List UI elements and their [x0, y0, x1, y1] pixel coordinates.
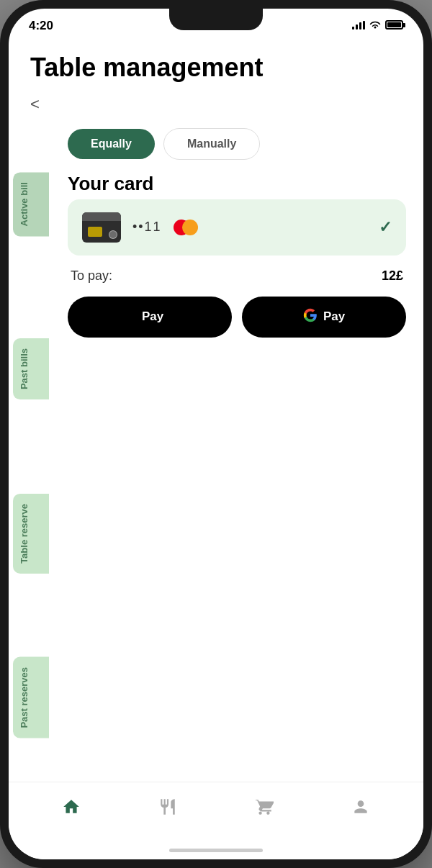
card-section-title: Your card [68, 173, 406, 195]
to-pay-label: To pay: [71, 268, 112, 284]
split-toggle: Equally Manually [68, 128, 406, 160]
nav-food[interactable] [147, 792, 189, 822]
home-icon [62, 797, 81, 816]
nav-home[interactable] [50, 792, 92, 822]
apple-pay-label: Pay [142, 309, 163, 324]
card-icon [82, 212, 121, 243]
profile-icon [351, 797, 370, 816]
google-g-icon [303, 308, 318, 326]
sidebar-item-past-bills[interactable]: Past bills [9, 288, 53, 450]
page-title: Table management [30, 53, 402, 82]
pay-buttons: Pay Pay [68, 297, 406, 338]
notch [169, 9, 263, 30]
mc-orange-circle [182, 220, 198, 235]
card-dot [109, 230, 117, 239]
to-pay-row: To pay: 12£ [68, 268, 406, 284]
status-icons [352, 20, 403, 30]
google-pay-label: Pay [323, 309, 345, 324]
wifi-icon [369, 21, 381, 30]
sidebar-tab-table-reserve[interactable]: Table reserve [13, 494, 49, 574]
manually-button[interactable]: Manually [163, 128, 260, 160]
google-pay-button[interactable]: Pay [242, 297, 406, 338]
food-icon [158, 797, 177, 816]
content-panel: Equally Manually Your card [53, 121, 423, 782]
phone-frame: 4:20 [0, 0, 432, 868]
apple-pay-button[interactable]: Pay [68, 297, 232, 338]
page-header: Table management [9, 46, 423, 92]
home-bar [169, 849, 263, 852]
card-chip [88, 227, 102, 237]
sidebar-item-past-reserves[interactable]: Past reserves [9, 617, 53, 779]
nav-profile[interactable] [340, 792, 382, 822]
phone-screen: 4:20 [9, 9, 423, 859]
sidebar-item-table-reserve[interactable]: Table reserve [9, 453, 53, 615]
battery-icon [385, 20, 403, 30]
sidebar-tab-past-bills[interactable]: Past bills [13, 338, 49, 399]
status-time: 4:20 [29, 19, 53, 33]
mastercard-logo [174, 220, 198, 235]
sidebar-tab-past-reserves[interactable]: Past reserves [13, 657, 49, 738]
sidebar: Active bill Past bills Table reserve Pas… [9, 121, 53, 782]
equally-button[interactable]: Equally [68, 129, 155, 159]
to-pay-amount: 12£ [382, 268, 403, 284]
card-left: ••11 [82, 212, 198, 243]
signal-icon [352, 21, 365, 30]
card-selected-checkmark: ✓ [379, 218, 392, 237]
main-layout: Active bill Past bills Table reserve Pas… [9, 121, 423, 782]
card-stripe [82, 212, 121, 221]
card-number: ••11 [132, 220, 162, 235]
nav-cart[interactable] [243, 792, 285, 822]
back-button[interactable]: < [9, 92, 423, 121]
sidebar-item-active-bill[interactable]: Active bill [9, 124, 53, 286]
card-section: Your card ••11 [68, 173, 406, 256]
bottom-nav [9, 782, 423, 841]
sidebar-tab-active-bill[interactable]: Active bill [13, 172, 49, 236]
cart-icon [255, 797, 274, 816]
card-display[interactable]: ••11 ✓ [68, 199, 406, 256]
home-indicator [9, 841, 423, 859]
